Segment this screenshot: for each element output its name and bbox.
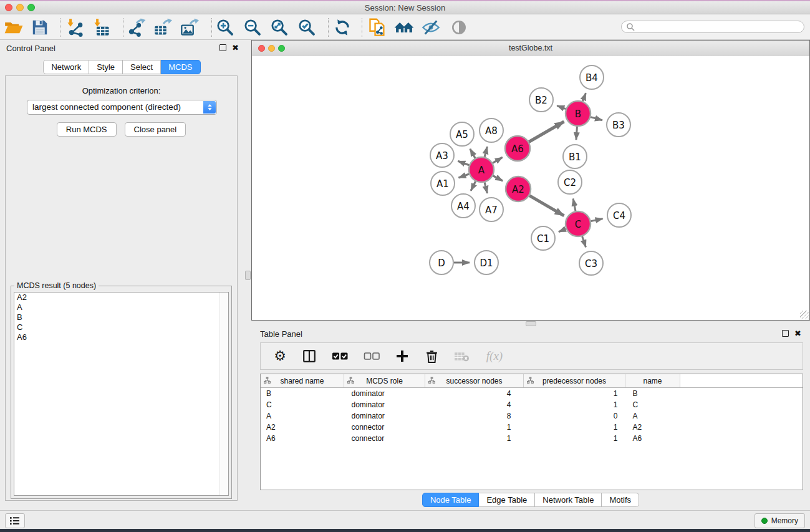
table-cell[interactable]: connector — [344, 422, 425, 433]
table-cell[interactable]: 4 — [425, 399, 524, 410]
close-table-panel-icon[interactable]: ✖ — [794, 330, 801, 337]
column-header-successor-nodes[interactable]: successor nodes — [425, 374, 524, 388]
table-row[interactable]: Bdominator41B — [261, 388, 803, 400]
table-cell[interactable]: A — [625, 410, 680, 422]
table-cell[interactable]: C — [625, 399, 680, 410]
graph-edge-A-A3[interactable] — [458, 161, 469, 165]
table-cell[interactable]: A2 — [261, 422, 344, 433]
zoom-selected-button[interactable] — [296, 17, 317, 38]
table-cell[interactable]: 1 — [425, 433, 524, 444]
memory-button[interactable]: Memory — [755, 513, 805, 528]
table-cell[interactable]: C — [261, 399, 344, 410]
column-header-shared-name[interactable]: shared name — [261, 374, 344, 388]
table-cell[interactable]: 4 — [425, 388, 524, 400]
table-cell[interactable]: 8 — [425, 410, 524, 422]
window-resize-grip[interactable] — [800, 311, 809, 319]
run-mcds-button[interactable]: Run MCDS — [57, 122, 117, 137]
table-cell[interactable]: 1 — [524, 399, 625, 410]
graph-edge-A-A2[interactable] — [493, 176, 503, 181]
graph-edge-A-A7[interactable] — [485, 182, 487, 193]
network-canvas[interactable]: B4B2BB3A8A5A6B1A3AC2A1A2A4A7C4CC1C3DD1 — [252, 56, 809, 320]
tab-network[interactable]: Network — [43, 60, 89, 74]
graph-edge-B-B2[interactable] — [557, 105, 566, 109]
graph-edge-A-A6[interactable] — [493, 157, 503, 163]
table-cell[interactable]: A6 — [261, 433, 344, 444]
column-header-name[interactable]: name — [625, 374, 680, 388]
table-row[interactable]: Adominator80A — [261, 410, 803, 422]
table-row[interactable]: Cdominator41C — [261, 399, 803, 410]
close-panel-icon[interactable]: ✖ — [232, 44, 239, 51]
column-header-MCDS-role[interactable]: MCDS role — [344, 374, 425, 388]
table-cell[interactable]: 1 — [425, 422, 524, 433]
zoom-fit-button[interactable] — [269, 17, 290, 38]
task-history-button[interactable] — [5, 513, 25, 528]
graph-edge-C-C1[interactable] — [559, 229, 566, 232]
graph-edge-A6-B[interactable] — [529, 122, 564, 142]
graph-edge-A-A1[interactable] — [458, 174, 469, 178]
tab-motifs[interactable]: Motifs — [602, 493, 639, 507]
graph-edge-A-A5[interactable] — [470, 149, 475, 158]
import-network-button[interactable] — [64, 17, 85, 38]
table-cell[interactable]: B — [261, 388, 344, 400]
column-header-predecessor-nodes[interactable]: predecessor nodes — [524, 374, 625, 388]
graph-edge-C-C4[interactable] — [591, 219, 603, 221]
function-builder-button[interactable]: f(x) — [483, 347, 506, 365]
home-layout-button[interactable] — [393, 17, 415, 38]
table-cell[interactable]: 1 — [524, 422, 625, 433]
table-cell[interactable]: 1 — [524, 388, 625, 400]
table-settings-button[interactable]: ⚙ — [272, 347, 288, 365]
graph-edge-A2-C[interactable] — [529, 196, 564, 216]
table-cell[interactable]: B — [625, 388, 680, 400]
table-cell[interactable]: dominator — [344, 388, 425, 400]
show-column-panel-button[interactable] — [301, 347, 317, 365]
show-hidden-button[interactable] — [448, 17, 470, 38]
table-cell[interactable]: dominator — [344, 410, 425, 422]
criterion-dropdown[interactable]: largest connected component (directed) — [27, 100, 217, 115]
zoom-out-button[interactable] — [242, 17, 263, 38]
export-network-button[interactable] — [126, 17, 147, 38]
tab-network-table[interactable]: Network Table — [535, 493, 602, 507]
vertical-split-divider[interactable] — [244, 40, 251, 511]
save-session-button[interactable] — [29, 17, 51, 38]
float-table-panel-icon[interactable] — [782, 330, 789, 337]
hide-selected-button[interactable] — [420, 17, 441, 38]
tab-mcds[interactable]: MCDS — [161, 60, 200, 74]
scrollbar-track[interactable] — [219, 293, 228, 495]
graph-edge-B-B1[interactable] — [576, 127, 577, 140]
refresh-layout-button[interactable] — [332, 17, 353, 38]
tab-edge-table[interactable]: Edge Table — [479, 493, 535, 507]
search-input[interactable] — [621, 21, 804, 33]
deselect-all-columns-button[interactable] — [362, 347, 381, 365]
mcds-result-item[interactable]: A2 — [14, 293, 228, 302]
table-cell[interactable]: connector — [344, 433, 425, 444]
table-cell[interactable]: dominator — [344, 399, 425, 410]
network-window-titlebar[interactable]: testGlobe.txt — [252, 41, 809, 57]
horizontal-split-divider[interactable] — [251, 321, 810, 326]
export-image-button[interactable] — [179, 17, 200, 38]
graph-edge-C-C2[interactable] — [573, 199, 576, 211]
mcds-result-item[interactable]: A6 — [14, 332, 228, 342]
create-column-button[interactable] — [394, 347, 410, 365]
table-cell[interactable]: A — [261, 410, 344, 422]
open-file-button[interactable] — [3, 17, 24, 38]
close-panel-button[interactable]: Close panel — [125, 122, 186, 137]
import-table-button[interactable] — [91, 17, 112, 38]
mcds-result-item[interactable]: A — [14, 302, 228, 312]
table-cell[interactable]: 0 — [524, 410, 625, 422]
delete-table-button[interactable] — [453, 347, 470, 365]
graph-edge-B-B3[interactable] — [591, 117, 602, 120]
delete-columns-button[interactable] — [423, 347, 440, 365]
export-table-button[interactable] — [152, 17, 173, 38]
select-all-columns-button[interactable] — [330, 347, 349, 365]
mcds-result-item[interactable]: B — [14, 312, 228, 322]
table-cell[interactable]: 1 — [524, 433, 625, 444]
table-cell[interactable]: A2 — [625, 422, 680, 433]
vertical-split-handle[interactable] — [245, 271, 251, 280]
tab-node-table[interactable]: Node Table — [422, 493, 480, 507]
zoom-in-button[interactable] — [215, 17, 236, 38]
graph-edge-C-C3[interactable] — [582, 236, 586, 247]
float-panel-icon[interactable] — [219, 44, 226, 51]
graph-edge-B-B4[interactable] — [582, 93, 586, 101]
graph-edge-A-A8[interactable] — [485, 147, 487, 157]
tab-select[interactable]: Select — [123, 60, 161, 74]
